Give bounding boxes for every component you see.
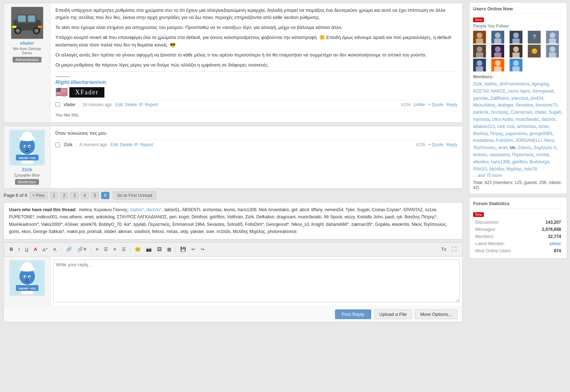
member-link-gazolas[interactable]: gazolas: [473, 96, 488, 101]
member-link-xfader[interactable]: xfader: [535, 110, 546, 115]
member-link-cosmic[interactable]: Cosmicrain: [511, 110, 532, 115]
member-link-melidis[interactable]: Μελίδης Μιχάλης: [490, 167, 522, 172]
post-105-checkbox[interactable]: [55, 143, 60, 147]
page-5-btn[interactable]: 5: [91, 192, 99, 199]
online-avatar-9[interactable]: 😊: [528, 45, 541, 58]
toolbar-align-justify[interactable]: ☱: [119, 245, 128, 253]
post-104-delete[interactable]: Delete: [125, 102, 137, 107]
toolbar-source[interactable]: Tx: [439, 245, 448, 253]
post-105-edit[interactable]: Edit: [110, 142, 118, 147]
member-link-theo[interactable]: theodore73: [536, 103, 557, 108]
reply-textarea[interactable]: [53, 259, 460, 302]
latest-member-value[interactable]: simor: [549, 241, 561, 246]
member-link-yian[interactable]: yianclout: [511, 96, 528, 101]
more-options-button[interactable]: More Options...: [415, 309, 457, 319]
member-link-tiger[interactable]: tigergreg: [532, 81, 549, 86]
post-105-reply[interactable]: Reply: [446, 142, 457, 147]
post-104-quote[interactable]: + Quote: [428, 102, 443, 107]
reader-dachris[interactable]: dachris*: [146, 207, 162, 212]
online-avatar-12[interactable]: [491, 59, 504, 71]
member-link-bret[interactable]: bretsos: [473, 152, 487, 157]
member-link-simor[interactable]: simor: [538, 124, 549, 129]
toolbar-italic[interactable]: I: [16, 245, 22, 253]
member-link-zab[interactable]: ZaBBalos: [490, 96, 509, 101]
upload-file-button[interactable]: Upload a File: [374, 309, 412, 319]
toolbar-font-size-up[interactable]: A+: [40, 245, 50, 254]
online-avatar-3[interactable]: [510, 31, 522, 44]
member-link-ultra[interactable]: Ultra Audio: [492, 117, 513, 122]
post-104-report[interactable]: Report: [145, 102, 158, 107]
toolbar-link[interactable]: 🔗: [64, 245, 74, 253]
post-104-checkbox[interactable]: [55, 102, 60, 107]
member-link-dim[interactable]: Δημήτρης Α: [534, 145, 556, 150]
member-link-peras[interactable]: Περαστικός: [512, 152, 534, 157]
toolbar-align-right[interactable]: ≡: [111, 245, 118, 253]
post-reply-button[interactable]: Post Reply: [335, 309, 371, 319]
toolbar-align-left[interactable]: ≡: [94, 245, 101, 253]
online-avatar-1[interactable]: [473, 31, 486, 44]
toolbar-table[interactable]: ▦: [165, 245, 173, 253]
page-1-btn[interactable]: 1: [50, 192, 58, 199]
post-105-delete[interactable]: Delete: [120, 142, 132, 147]
online-avatar-6[interactable]: [473, 45, 486, 58]
online-avatar-2[interactable]: [491, 31, 504, 44]
member-link-stathis[interactable]: stathis: [484, 81, 497, 86]
online-avatar-7[interactable]: [491, 45, 504, 58]
online-avatar-5[interactable]: [546, 31, 559, 44]
member-link-rock[interactable]: rock rock: [497, 124, 515, 129]
member-link-sugah[interactable]: Sugah: [549, 110, 561, 115]
more-members-link[interactable]: ... and 75 more: [473, 173, 502, 178]
member-link-savas[interactable]: savaswest: [490, 152, 510, 157]
online-avatar-10[interactable]: [546, 45, 559, 58]
post-104-unlike[interactable]: Unlike: [413, 102, 425, 107]
reader-stathis[interactable]: stathis*: [130, 207, 144, 212]
author-name-105[interactable]: Zizik: [8, 167, 46, 172]
member-link-alfa[interactable]: alfakias123: [473, 124, 495, 129]
member-link-vas[interactable]: Βασίλης Πέτρης: [473, 131, 503, 136]
member-link-krei[interactable]: kreiladonis: [473, 138, 493, 143]
toolbar-font-size-down[interactable]: a-: [51, 245, 59, 254]
post-104-reply[interactable]: Reply: [446, 102, 457, 107]
member-link-kostas[interactable]: ΚΩΣΤΑΣ ΝΑΚΟΣ: [473, 89, 506, 94]
online-avatar-11[interactable]: [473, 59, 486, 71]
member-link-jord[interactable]: JORDANELLI: [515, 138, 542, 143]
member-link-sevastos[interactable]: Sevastos: [515, 103, 533, 108]
member-link-dachris[interactable]: dachris: [541, 117, 555, 122]
post-104-edit[interactable]: Edit: [116, 102, 123, 107]
post-105-report[interactable]: Report: [140, 142, 153, 147]
member-link-zaxos[interactable]: zaxos lepro: [508, 89, 530, 94]
toolbar-align-center[interactable]: ☰: [102, 245, 110, 253]
prev-page-btn[interactable]: < Prev: [30, 192, 48, 199]
member-link-jim434[interactable]: jim434: [531, 96, 543, 101]
go-first-unread-btn[interactable]: Go to First Unread: [113, 192, 156, 199]
member-link-wnet[interactable]: wnet: [498, 145, 507, 150]
member-link-mal[interactable]: Μαλωλάκης: [473, 103, 496, 108]
member-link-zizik[interactable]: Zizik: [473, 81, 482, 86]
toolbar-underline[interactable]: U: [23, 245, 30, 253]
member-link-jim[interactable]: JimFromAndros: [499, 81, 530, 86]
member-link-myrtoula[interactable]: myrtoula: [473, 117, 490, 122]
toolbar-fullscreen[interactable]: ⛶: [450, 245, 459, 253]
member-link-gstriftos[interactable]: gstriftos: [512, 159, 527, 164]
page-2-btn[interactable]: 2: [60, 192, 68, 199]
page-3-btn[interactable]: 3: [70, 192, 79, 199]
member-link-pankrok[interactable]: pankrok: [473, 110, 488, 115]
member-link-ringo[interactable]: RINGO: [473, 167, 487, 172]
toolbar-media[interactable]: 🖼: [155, 245, 164, 253]
member-link-music[interactable]: musicfanatic: [515, 117, 539, 122]
member-link-tkal[interactable]: tkaloger: [498, 103, 513, 108]
page-4-btn[interactable]: 4: [81, 192, 89, 199]
toolbar-bold[interactable]: B: [8, 245, 15, 253]
toolbar-unlink[interactable]: 🔗✕: [75, 245, 89, 253]
member-link-left[interactable]: Λευτέρης: [491, 110, 508, 115]
member-link-geo[interactable]: george0083: [529, 131, 552, 136]
member-link-comtal[interactable]: comtal: [536, 152, 549, 157]
online-avatar-8[interactable]: [510, 45, 522, 58]
toolbar-image[interactable]: 📷: [144, 245, 154, 253]
toolbar-font-color[interactable]: A: [31, 245, 39, 253]
post-104-ip[interactable]: IP: [139, 102, 143, 107]
toolbar-redo[interactable]: ↪: [198, 245, 207, 253]
member-link-papa[interactable]: papantonis: [506, 131, 527, 136]
member-link-fotis78[interactable]: fotis78: [524, 167, 537, 172]
page-6-btn[interactable]: 6: [101, 192, 109, 199]
